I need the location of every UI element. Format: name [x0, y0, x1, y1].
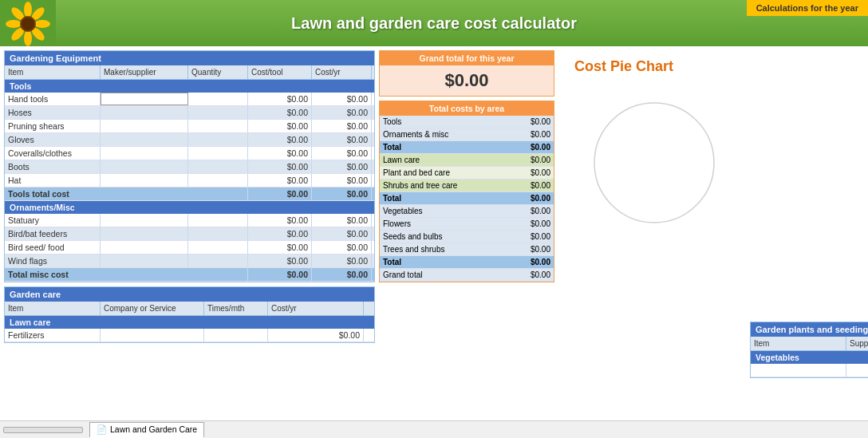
table-row: Total $0.00: [380, 256, 554, 269]
table-row: Seeds and bulbs $0.00: [380, 231, 554, 243]
tab-bar: 📄 Lawn and Garden Care: [0, 420, 868, 438]
scroll-left-area: [3, 427, 83, 433]
sunflower-logo: [0, 0, 56, 46]
table-row: Plant and bed care $0.00: [380, 167, 554, 180]
eq-cost-tool-cell: $0.00: [248, 133, 312, 146]
eq-cost-tool-cell: $0.00: [248, 120, 312, 132]
eq-cost-tool-cell: $0.00: [248, 214, 312, 227]
hand-tools-maker-input[interactable]: [101, 93, 188, 105]
eq-maker-cell: [101, 147, 188, 160]
table-row: Shrubs and tree care $0.00: [380, 180, 554, 192]
eq-item-cell: Boots: [5, 160, 101, 173]
eq-cost-tool-cell: $0.00: [248, 147, 312, 160]
eq-maker-cell: [101, 133, 188, 146]
garden-care-header: Garden care: [5, 287, 374, 302]
tc-value: $0.00: [506, 116, 554, 128]
eq-item-cell: Hoses: [5, 106, 101, 119]
eq-maker-cell: [101, 255, 188, 267]
eq-maker-cell: [101, 106, 188, 119]
eq-item-cell: Hat: [5, 174, 101, 187]
eq-col-cost-yr: Cost/yr: [312, 65, 372, 79]
eq-item-cell: Gloves: [5, 133, 101, 146]
gc-company-cell: [101, 329, 204, 341]
gp-col-headers: Item Supplier When to plant Quantity Cos…: [751, 337, 868, 351]
gc-cost-yr-cell: $0.00: [268, 329, 364, 341]
eq-item-cell: Wind flags: [5, 255, 101, 267]
svg-point-3: [34, 20, 50, 28]
eq-qty-cell: [188, 93, 248, 105]
tc-label: Tools: [380, 116, 506, 128]
table-row: Wind flags $0.00 $0.00: [5, 255, 374, 268]
gp-item-cell: [751, 364, 846, 377]
equipment-section-header: Gardening Equipment: [5, 51, 374, 65]
gc-col-item: Item: [5, 302, 101, 315]
garden-plants-header: Garden plants and seeding plan: [751, 322, 868, 337]
right-column: Cost Pie Chart: [558, 46, 868, 236]
gp-col-supplier: Supplier: [846, 337, 868, 350]
eq-item-cell: Coveralls/clothes: [5, 147, 101, 160]
table-row: Grand total $0.00: [380, 269, 554, 282]
tc-value: $0.00: [506, 269, 554, 281]
tc-value: $0.00: [506, 243, 554, 255]
table-row: Ornaments & misc $0.00: [380, 128, 554, 141]
vegetables-sub-header: Vegetables: [751, 351, 868, 364]
eq-maker-cell: [101, 120, 188, 132]
eq-cost-yr-cell: $0.00: [312, 147, 372, 160]
tc-label: Shrubs and tree care: [380, 180, 506, 191]
table-row: $0.00 $0.00: [751, 364, 868, 377]
table-row: Flowers $0.00: [380, 218, 554, 231]
table-row: Total $0.00: [380, 141, 554, 154]
table-row: Boots $0.00 $0.00: [5, 160, 374, 174]
table-row: Trees and shrubs $0.00: [380, 243, 554, 256]
tc-value: $0.00: [506, 154, 554, 166]
misc-total-cost-tool: $0.00: [248, 268, 312, 281]
tools-total-cost-tool: $0.00: [248, 187, 312, 200]
tc-value: $0.00: [506, 192, 554, 204]
table-row: Gloves $0.00 $0.00: [5, 133, 374, 147]
eq-cost-tool-cell: $0.00: [248, 160, 312, 173]
tc-value: $0.00: [506, 218, 554, 230]
eq-qty-cell: [188, 133, 248, 146]
eq-cost-yr-cell: $0.00: [312, 227, 372, 240]
table-row: Pruning shears $0.00 $0.00: [5, 120, 374, 133]
table-row: Lawn care $0.00: [380, 154, 554, 167]
eq-col-cost-tool: Cost/tool: [248, 65, 312, 79]
misc-total-row: Total misc cost $0.00 $0.00: [5, 268, 374, 282]
tc-value: $0.00: [506, 180, 554, 191]
table-row: Total $0.00: [380, 192, 554, 205]
misc-total-label: Total misc cost: [5, 268, 248, 281]
gp-col-item: Item: [751, 337, 846, 350]
eq-cost-yr-cell: $0.00: [312, 241, 372, 254]
tc-value: $0.00: [506, 205, 554, 217]
tc-label: Total: [380, 256, 506, 268]
svg-point-5: [24, 30, 32, 46]
gc-item-cell: Fertilizers: [5, 329, 101, 341]
eq-qty-cell: [188, 241, 248, 254]
eq-cost-tool-cell: $0.00: [248, 93, 312, 105]
eq-cost-yr-cell: $0.00: [312, 133, 372, 146]
table-row: Statuary $0.00 $0.00: [5, 214, 374, 227]
tc-label: Ornaments & misc: [380, 128, 506, 140]
header: Lawn and garden care cost calculator Cal…: [0, 0, 868, 46]
tc-value: $0.00: [506, 167, 554, 179]
svg-point-7: [6, 20, 22, 28]
eq-cost-tool-cell: $0.00: [248, 106, 312, 119]
eq-qty-cell: [188, 160, 248, 173]
gc-times-cell: [204, 329, 268, 341]
tc-value: $0.00: [506, 128, 554, 140]
tab-lawn-garden[interactable]: 📄 Lawn and Garden Care: [89, 422, 204, 438]
tools-total-row: Tools total cost $0.00 $0.00: [5, 187, 374, 201]
left-column: Gardening Equipment Item Maker/supplier …: [0, 46, 375, 438]
table-row: Hat $0.00 $0.00: [5, 174, 374, 187]
eq-cost-tool-cell: $0.00: [248, 241, 312, 254]
tab-icon: 📄: [97, 424, 107, 435]
tc-label: Plant and bed care: [380, 167, 506, 179]
grand-total-label: Grand total for this year: [380, 51, 554, 65]
gc-col-times: Times/mth: [204, 302, 268, 315]
ornaments-sub-header: Ornaments/Misc: [5, 201, 374, 214]
table-row: Fertilizers $0.00: [5, 329, 374, 342]
garden-plants-section: Garden plants and seeding plan Item Supp…: [750, 322, 868, 378]
eq-cost-tool-cell: $0.00: [248, 174, 312, 187]
tc-value: $0.00: [506, 256, 554, 268]
svg-point-1: [24, 2, 32, 18]
